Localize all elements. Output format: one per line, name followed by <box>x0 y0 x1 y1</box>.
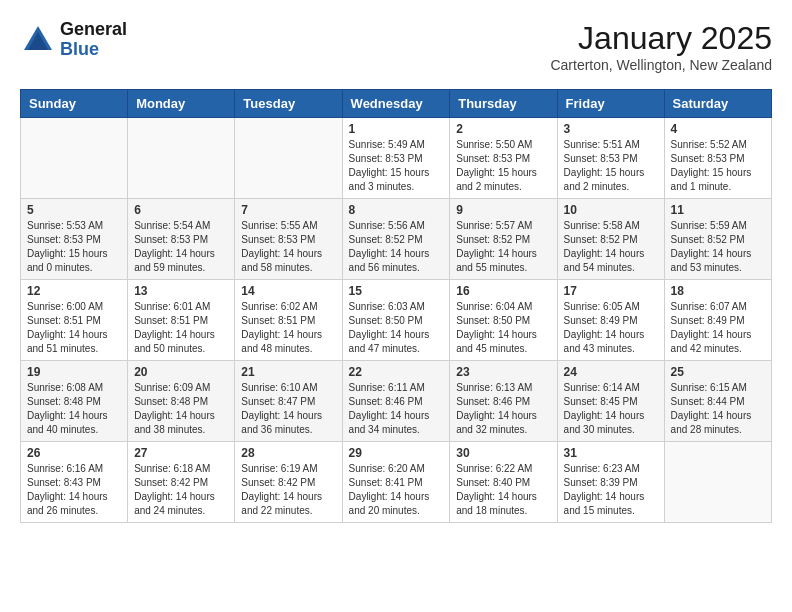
day-number: 27 <box>134 446 228 460</box>
calendar-cell: 20Sunrise: 6:09 AM Sunset: 8:48 PM Dayli… <box>128 361 235 442</box>
calendar-cell: 27Sunrise: 6:18 AM Sunset: 8:42 PM Dayli… <box>128 442 235 523</box>
calendar-day-header: Sunday <box>21 90 128 118</box>
day-info: Sunrise: 6:15 AM Sunset: 8:44 PM Dayligh… <box>671 381 765 437</box>
day-info: Sunrise: 6:13 AM Sunset: 8:46 PM Dayligh… <box>456 381 550 437</box>
day-number: 30 <box>456 446 550 460</box>
day-info: Sunrise: 6:11 AM Sunset: 8:46 PM Dayligh… <box>349 381 444 437</box>
calendar-cell: 24Sunrise: 6:14 AM Sunset: 8:45 PM Dayli… <box>557 361 664 442</box>
day-info: Sunrise: 6:10 AM Sunset: 8:47 PM Dayligh… <box>241 381 335 437</box>
calendar-day-header: Friday <box>557 90 664 118</box>
day-info: Sunrise: 6:19 AM Sunset: 8:42 PM Dayligh… <box>241 462 335 518</box>
day-number: 24 <box>564 365 658 379</box>
calendar-cell <box>21 118 128 199</box>
calendar-cell: 18Sunrise: 6:07 AM Sunset: 8:49 PM Dayli… <box>664 280 771 361</box>
calendar-cell: 23Sunrise: 6:13 AM Sunset: 8:46 PM Dayli… <box>450 361 557 442</box>
calendar-cell: 29Sunrise: 6:20 AM Sunset: 8:41 PM Dayli… <box>342 442 450 523</box>
calendar-cell: 26Sunrise: 6:16 AM Sunset: 8:43 PM Dayli… <box>21 442 128 523</box>
day-info: Sunrise: 6:04 AM Sunset: 8:50 PM Dayligh… <box>456 300 550 356</box>
calendar-cell: 8Sunrise: 5:56 AM Sunset: 8:52 PM Daylig… <box>342 199 450 280</box>
month-title: January 2025 <box>550 20 772 57</box>
calendar-cell: 15Sunrise: 6:03 AM Sunset: 8:50 PM Dayli… <box>342 280 450 361</box>
day-number: 18 <box>671 284 765 298</box>
day-info: Sunrise: 6:05 AM Sunset: 8:49 PM Dayligh… <box>564 300 658 356</box>
calendar-cell: 13Sunrise: 6:01 AM Sunset: 8:51 PM Dayli… <box>128 280 235 361</box>
day-number: 15 <box>349 284 444 298</box>
day-number: 10 <box>564 203 658 217</box>
calendar-header-row: SundayMondayTuesdayWednesdayThursdayFrid… <box>21 90 772 118</box>
day-info: Sunrise: 6:03 AM Sunset: 8:50 PM Dayligh… <box>349 300 444 356</box>
day-info: Sunrise: 5:57 AM Sunset: 8:52 PM Dayligh… <box>456 219 550 275</box>
logo-general: General <box>60 20 127 40</box>
page-header: General Blue January 2025 Carterton, Wel… <box>20 20 772 73</box>
day-number: 13 <box>134 284 228 298</box>
day-info: Sunrise: 5:59 AM Sunset: 8:52 PM Dayligh… <box>671 219 765 275</box>
day-number: 5 <box>27 203 121 217</box>
day-number: 28 <box>241 446 335 460</box>
day-number: 8 <box>349 203 444 217</box>
calendar-cell: 25Sunrise: 6:15 AM Sunset: 8:44 PM Dayli… <box>664 361 771 442</box>
calendar-cell: 21Sunrise: 6:10 AM Sunset: 8:47 PM Dayli… <box>235 361 342 442</box>
day-number: 31 <box>564 446 658 460</box>
day-info: Sunrise: 6:08 AM Sunset: 8:48 PM Dayligh… <box>27 381 121 437</box>
logo-blue: Blue <box>60 40 127 60</box>
day-info: Sunrise: 6:00 AM Sunset: 8:51 PM Dayligh… <box>27 300 121 356</box>
day-info: Sunrise: 6:20 AM Sunset: 8:41 PM Dayligh… <box>349 462 444 518</box>
calendar-cell: 30Sunrise: 6:22 AM Sunset: 8:40 PM Dayli… <box>450 442 557 523</box>
calendar-cell: 2Sunrise: 5:50 AM Sunset: 8:53 PM Daylig… <box>450 118 557 199</box>
calendar-cell <box>664 442 771 523</box>
day-info: Sunrise: 5:55 AM Sunset: 8:53 PM Dayligh… <box>241 219 335 275</box>
calendar-week-row: 5Sunrise: 5:53 AM Sunset: 8:53 PM Daylig… <box>21 199 772 280</box>
day-number: 29 <box>349 446 444 460</box>
day-number: 3 <box>564 122 658 136</box>
day-info: Sunrise: 5:54 AM Sunset: 8:53 PM Dayligh… <box>134 219 228 275</box>
day-number: 1 <box>349 122 444 136</box>
calendar-cell: 12Sunrise: 6:00 AM Sunset: 8:51 PM Dayli… <box>21 280 128 361</box>
day-info: Sunrise: 6:18 AM Sunset: 8:42 PM Dayligh… <box>134 462 228 518</box>
calendar-cell: 1Sunrise: 5:49 AM Sunset: 8:53 PM Daylig… <box>342 118 450 199</box>
calendar-day-header: Wednesday <box>342 90 450 118</box>
day-number: 6 <box>134 203 228 217</box>
day-info: Sunrise: 6:14 AM Sunset: 8:45 PM Dayligh… <box>564 381 658 437</box>
day-number: 4 <box>671 122 765 136</box>
calendar-cell: 6Sunrise: 5:54 AM Sunset: 8:53 PM Daylig… <box>128 199 235 280</box>
calendar-week-row: 1Sunrise: 5:49 AM Sunset: 8:53 PM Daylig… <box>21 118 772 199</box>
day-number: 12 <box>27 284 121 298</box>
day-number: 26 <box>27 446 121 460</box>
day-info: Sunrise: 5:51 AM Sunset: 8:53 PM Dayligh… <box>564 138 658 194</box>
calendar-cell: 17Sunrise: 6:05 AM Sunset: 8:49 PM Dayli… <box>557 280 664 361</box>
day-number: 14 <box>241 284 335 298</box>
calendar-cell: 19Sunrise: 6:08 AM Sunset: 8:48 PM Dayli… <box>21 361 128 442</box>
title-block: January 2025 Carterton, Wellington, New … <box>550 20 772 73</box>
calendar-cell: 11Sunrise: 5:59 AM Sunset: 8:52 PM Dayli… <box>664 199 771 280</box>
calendar-day-header: Thursday <box>450 90 557 118</box>
day-number: 19 <box>27 365 121 379</box>
day-info: Sunrise: 6:22 AM Sunset: 8:40 PM Dayligh… <box>456 462 550 518</box>
calendar-cell: 5Sunrise: 5:53 AM Sunset: 8:53 PM Daylig… <box>21 199 128 280</box>
day-info: Sunrise: 5:56 AM Sunset: 8:52 PM Dayligh… <box>349 219 444 275</box>
calendar-day-header: Tuesday <box>235 90 342 118</box>
calendar-day-header: Monday <box>128 90 235 118</box>
day-number: 2 <box>456 122 550 136</box>
day-number: 22 <box>349 365 444 379</box>
calendar-cell <box>128 118 235 199</box>
day-number: 25 <box>671 365 765 379</box>
day-number: 7 <box>241 203 335 217</box>
calendar-table: SundayMondayTuesdayWednesdayThursdayFrid… <box>20 89 772 523</box>
calendar-cell: 14Sunrise: 6:02 AM Sunset: 8:51 PM Dayli… <box>235 280 342 361</box>
day-number: 11 <box>671 203 765 217</box>
calendar-cell: 31Sunrise: 6:23 AM Sunset: 8:39 PM Dayli… <box>557 442 664 523</box>
day-info: Sunrise: 5:53 AM Sunset: 8:53 PM Dayligh… <box>27 219 121 275</box>
calendar-cell: 22Sunrise: 6:11 AM Sunset: 8:46 PM Dayli… <box>342 361 450 442</box>
day-info: Sunrise: 6:01 AM Sunset: 8:51 PM Dayligh… <box>134 300 228 356</box>
day-info: Sunrise: 5:52 AM Sunset: 8:53 PM Dayligh… <box>671 138 765 194</box>
location: Carterton, Wellington, New Zealand <box>550 57 772 73</box>
day-number: 23 <box>456 365 550 379</box>
day-info: Sunrise: 6:02 AM Sunset: 8:51 PM Dayligh… <box>241 300 335 356</box>
calendar-week-row: 12Sunrise: 6:00 AM Sunset: 8:51 PM Dayli… <box>21 280 772 361</box>
day-info: Sunrise: 6:23 AM Sunset: 8:39 PM Dayligh… <box>564 462 658 518</box>
day-info: Sunrise: 5:50 AM Sunset: 8:53 PM Dayligh… <box>456 138 550 194</box>
day-info: Sunrise: 5:49 AM Sunset: 8:53 PM Dayligh… <box>349 138 444 194</box>
calendar-cell: 10Sunrise: 5:58 AM Sunset: 8:52 PM Dayli… <box>557 199 664 280</box>
calendar-cell: 9Sunrise: 5:57 AM Sunset: 8:52 PM Daylig… <box>450 199 557 280</box>
calendar-week-row: 19Sunrise: 6:08 AM Sunset: 8:48 PM Dayli… <box>21 361 772 442</box>
